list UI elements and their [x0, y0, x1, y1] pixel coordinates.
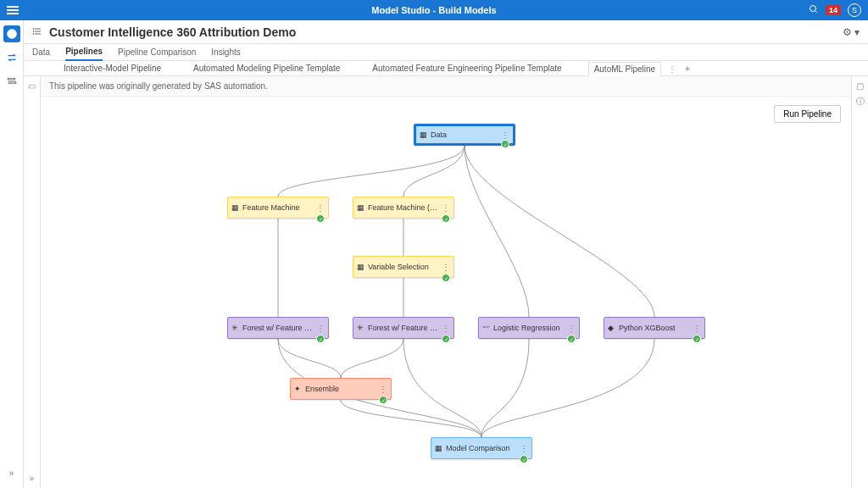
status-success-icon	[379, 396, 387, 404]
node-label: Variable Selection	[368, 263, 439, 271]
node-label: Forest w/ Feature Machines	[242, 324, 314, 332]
subtab-auto-feature[interactable]: Automated Feature Engineering Pipeline T…	[366, 61, 567, 75]
canvas-area: This pipeline was originally generated b…	[41, 76, 851, 488]
rail-home-icon[interactable]	[3, 25, 20, 42]
right-rail: ▢ ⓘ	[851, 76, 868, 488]
ensemble-icon: ✦	[294, 385, 303, 393]
compare-icon: ▦	[435, 444, 443, 452]
svg-point-8	[33, 28, 34, 29]
svg-rect-4	[8, 82, 15, 84]
node-forest-2[interactable]: ✳ Forest w/ Feature Machin... ⋮	[353, 317, 454, 339]
status-success-icon	[442, 335, 450, 343]
node-menu-icon[interactable]: ⋮	[316, 203, 325, 213]
node-data[interactable]: ▦ Data ⋮	[414, 124, 515, 146]
connectors	[41, 98, 851, 488]
node-menu-icon[interactable]: ⋮	[316, 324, 325, 333]
status-success-icon	[520, 455, 528, 463]
status-success-icon	[501, 140, 509, 148]
status-success-icon	[316, 335, 325, 343]
feature-icon: ▦	[357, 203, 365, 212]
node-label: Feature Machine	[242, 203, 314, 212]
expand-left-icon[interactable]: »	[30, 474, 35, 483]
status-success-icon	[567, 335, 576, 343]
tree-icon: ✳	[231, 324, 240, 332]
python-icon: ◆	[608, 324, 616, 332]
node-menu-icon[interactable]: ⋮	[567, 324, 576, 333]
tree-icon: ✳	[357, 324, 365, 332]
gear-icon[interactable]: ⚙ ▾	[843, 26, 860, 38]
node-label: Forest w/ Feature Machin...	[368, 324, 439, 332]
regression-icon: 〰	[482, 324, 491, 332]
add-tab-icon[interactable]: ＋	[683, 63, 692, 75]
node-label: Model Comparison	[446, 444, 517, 452]
list-icon[interactable]	[32, 26, 42, 38]
app-title: Model Studio - Build Models	[371, 5, 496, 15]
node-menu-icon[interactable]: ⋮	[379, 385, 387, 394]
search-icon[interactable]	[809, 4, 819, 16]
svg-point-2	[7, 29, 17, 39]
info-strip: This pipeline was originally generated b…	[41, 76, 851, 97]
tab-data[interactable]: Data	[32, 47, 50, 60]
node-menu-icon[interactable]: ⋮	[442, 203, 450, 213]
info-icon[interactable]: ⓘ	[856, 96, 865, 108]
table-icon: ▦	[420, 130, 428, 139]
node-label: Python XGBoost	[619, 324, 690, 332]
node-menu-icon[interactable]: ⋮	[442, 263, 450, 272]
tab-insights[interactable]: Insights	[211, 47, 240, 60]
rail-exchange-icon[interactable]	[3, 49, 20, 66]
topbar: Model Studio - Build Models 14 S	[0, 0, 868, 20]
svg-point-10	[33, 33, 34, 34]
note-icon[interactable]: ▭	[28, 81, 36, 91]
status-success-icon	[693, 335, 701, 343]
status-success-icon	[442, 214, 450, 223]
page-title: Customer Intelligence 360 Attribution De…	[49, 25, 296, 39]
status-success-icon	[442, 274, 450, 282]
pipeline-canvas[interactable]: ▦ Data ⋮ ▦ Feature Machine ⋮ ▦ Feature M…	[41, 98, 851, 488]
menu-icon[interactable]	[7, 6, 19, 14]
rail-expand-icon[interactable]: »	[3, 464, 20, 481]
node-menu-icon[interactable]: ⋮	[520, 444, 528, 453]
node-label: Data	[431, 130, 498, 139]
subtab-menu-icon[interactable]: ⋮	[668, 64, 676, 74]
main-tabs: Data Pipelines Pipeline Comparison Insig…	[24, 44, 868, 61]
selection-icon: ▦	[357, 263, 365, 271]
feature-icon: ▦	[231, 203, 240, 212]
clipboard-icon[interactable]: ▢	[856, 81, 864, 91]
rail-settings-icon[interactable]	[3, 73, 20, 90]
node-variable-selection[interactable]: ▦ Variable Selection ⋮	[353, 256, 454, 278]
user-avatar[interactable]: S	[848, 3, 861, 17]
node-feature-machine[interactable]: ▦ Feature Machine ⋮	[227, 197, 329, 219]
status-success-icon	[316, 214, 325, 223]
node-label: Feature Machine (w/ VS)	[368, 203, 439, 212]
node-menu-icon[interactable]: ⋮	[501, 130, 509, 140]
node-logistic-regression[interactable]: 〰 Logistic Regression ⋮	[478, 317, 580, 339]
node-menu-icon[interactable]: ⋮	[693, 324, 701, 333]
left-rail: »	[0, 20, 24, 488]
content-wrap: ▭ » This pipeline was originally generat…	[24, 76, 868, 488]
svg-rect-3	[8, 79, 14, 80]
subtab-auto-modeling[interactable]: Automated Modeling Pipeline Template	[187, 61, 346, 75]
subtab-automl[interactable]: AutoML Pipeline	[588, 62, 661, 76]
tab-pipeline-comparison[interactable]: Pipeline Comparison	[118, 47, 196, 60]
svg-point-9	[33, 30, 34, 31]
node-menu-icon[interactable]: ⋮	[442, 324, 450, 333]
node-label: Ensemble	[305, 385, 376, 393]
svg-line-1	[815, 11, 817, 14]
notification-badge[interactable]: 14	[826, 5, 841, 15]
header-row: Customer Intelligence 360 Attribution De…	[24, 20, 868, 44]
content-left-rail: ▭ »	[24, 76, 41, 488]
node-ensemble[interactable]: ✦ Ensemble ⋮	[290, 378, 392, 400]
node-model-comparison[interactable]: ▦ Model Comparison ⋮	[431, 437, 532, 459]
tab-pipelines[interactable]: Pipelines	[65, 47, 103, 61]
sub-tabs: Interactive-Model Pipeline Automated Mod…	[24, 61, 868, 76]
node-xgboost[interactable]: ◆ Python XGBoost ⋮	[604, 317, 705, 339]
node-forest-1[interactable]: ✳ Forest w/ Feature Machines ⋮	[227, 317, 329, 339]
svg-point-0	[810, 6, 815, 12]
node-feature-machine-vs[interactable]: ▦ Feature Machine (w/ VS) ⋮	[353, 197, 454, 219]
node-label: Logistic Regression	[493, 324, 565, 332]
subtab-interactive[interactable]: Interactive-Model Pipeline	[58, 61, 167, 75]
